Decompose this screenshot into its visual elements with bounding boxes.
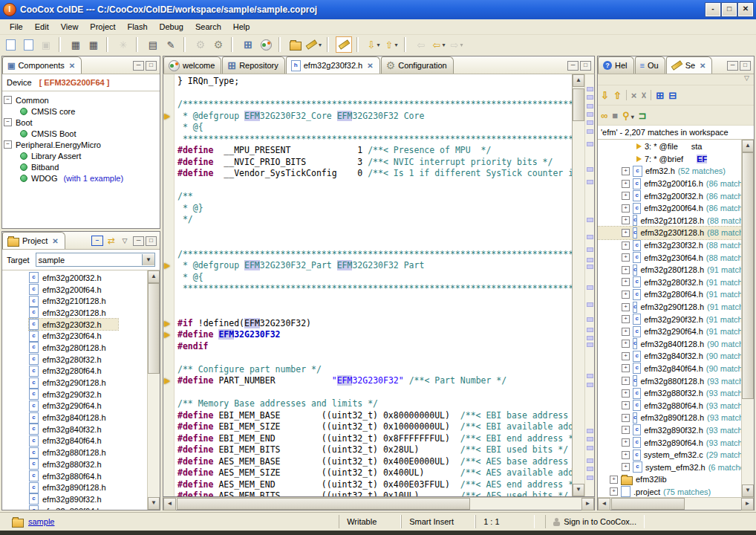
pin-view-icon[interactable]: ⊐ [639, 110, 647, 121]
search-file-row[interactable]: +cefm32g890f64.h(93 matches) [598, 436, 754, 449]
new-file-icon[interactable] [20, 36, 36, 53]
project-file-item[interactable]: cefm32g890f64.h [29, 505, 160, 510]
example-link[interactable]: (with 1 example) [63, 174, 123, 183]
menu-search[interactable]: Search [190, 21, 227, 33]
maximize-button[interactable]: □ [722, 3, 737, 16]
expander-icon[interactable]: + [622, 426, 630, 434]
minimize-button[interactable]: - [706, 3, 720, 16]
tree-node[interactable]: −Peripheral.EnergyMicro [4, 139, 158, 150]
overview-match-mark[interactable] [587, 285, 593, 290]
panel-minimize-button[interactable]: ─ [567, 61, 579, 71]
overview-match-mark[interactable] [587, 476, 593, 480]
project-file-item[interactable]: cefm32g290f64.h [29, 401, 160, 412]
prev-match-icon[interactable]: ⇧ [613, 90, 622, 101]
menu-project[interactable]: Project [85, 21, 120, 33]
search-hscrollbar[interactable]: ◄ ► [598, 497, 754, 510]
expander-icon[interactable]: + [622, 204, 630, 213]
panel-minimize-button[interactable]: ─ [727, 61, 738, 71]
search-file-row[interactable]: +cefm32g200f32.h(86 matches) [598, 189, 754, 202]
chevron-down-icon[interactable]: ▽ [744, 74, 749, 85]
overview-match-mark[interactable] [587, 247, 593, 252]
expander-icon[interactable]: + [610, 476, 618, 484]
search-file-row[interactable]: +csystem_efm32.h(6 matches) [598, 461, 754, 473]
menu-help[interactable]: Help [228, 21, 255, 33]
expander-icon[interactable]: + [622, 253, 630, 262]
scroll-down-icon[interactable]: ▼ [573, 484, 584, 496]
search-file-row[interactable]: +cefm32g880f64.h(93 matches) [598, 399, 754, 412]
view-menu-icon[interactable]: ▽ [120, 236, 130, 245]
search-match-row[interactable]: 3: * @filesta [598, 140, 754, 153]
search-vscrollbar[interactable]: ▲ ▼ [741, 140, 754, 497]
expander-icon[interactable]: + [622, 278, 630, 286]
overview-match-mark[interactable] [587, 104, 593, 108]
repository-icon[interactable]: ⊞ [240, 36, 256, 53]
search-file-row[interactable]: +cefm32g200f16.h(86 matches) [598, 178, 754, 190]
collapse-all-icon[interactable]: ⊟ [668, 90, 677, 101]
expander-icon[interactable]: + [610, 487, 618, 496]
tree-leaf[interactable]: CMSIS Boot [4, 128, 158, 139]
scroll-right-icon[interactable]: ► [741, 498, 754, 510]
remove-all-matches-icon[interactable]: ☓ [641, 90, 646, 101]
project-file-item[interactable]: cefm32g890f128.h [29, 482, 160, 493]
chevron-down-icon[interactable]: ▼ [142, 254, 154, 265]
tree-node[interactable]: −Boot [4, 117, 158, 128]
overview-match-mark[interactable] [587, 467, 593, 471]
project-file-item[interactable]: cefm32g280f32.h [29, 354, 160, 366]
match-marker-icon[interactable] [164, 263, 170, 269]
search-file-row[interactable]: +cefm32g880f128.h(93 matches) [598, 374, 754, 387]
expander-icon[interactable]: + [622, 229, 630, 237]
search-file-row[interactable]: +cefm32g230f128.h(88 matches) [598, 227, 754, 239]
scroll-down-icon[interactable]: ▼ [148, 497, 160, 510]
project-file-item[interactable]: cefm32g840f32.h [29, 424, 160, 435]
menu-view[interactable]: View [56, 21, 84, 33]
tab-components[interactable]: ▣ Components ✕ [2, 56, 82, 74]
search-file-row[interactable]: +.project(75 matches) [598, 486, 754, 497]
expander-icon[interactable]: − [4, 118, 12, 126]
expander-icon[interactable]: − [4, 140, 12, 149]
open-folder-icon[interactable] [287, 36, 304, 53]
chevron-down-icon[interactable]: ▾ [394, 42, 397, 48]
project-file-item[interactable]: cefm32g230f32.h [29, 319, 118, 331]
expander-icon[interactable]: + [622, 291, 630, 299]
scroll-up-icon[interactable]: ▲ [742, 140, 754, 152]
project-file-item[interactable]: cefm32g880f32.h [29, 458, 160, 470]
panel-maximize-button[interactable]: □ [146, 236, 157, 246]
search-file-row[interactable]: +cefm32g880f32.h(93 matches) [598, 387, 754, 400]
expander-icon[interactable]: + [622, 352, 630, 360]
expander-icon[interactable]: + [622, 328, 630, 336]
project-file-item[interactable]: cefm32g200f64.h [29, 284, 160, 296]
search-history-icon[interactable]: ⚲▾ [622, 110, 634, 121]
overview-match-mark[interactable] [587, 167, 593, 172]
project-file-item[interactable]: cefm32g230f64.h [29, 330, 160, 342]
remove-match-icon[interactable]: × [631, 90, 637, 101]
scroll-left-icon[interactable]: ◄ [163, 498, 176, 510]
panel-maximize-button[interactable]: □ [740, 61, 751, 71]
search-file-row[interactable]: +cefm32g200f64.h(86 matches) [598, 202, 754, 215]
project-link[interactable]: sample [28, 517, 54, 526]
overview-match-mark[interactable] [587, 336, 593, 340]
overview-match-mark[interactable] [587, 437, 593, 441]
run-search-again-icon[interactable]: ∞ [601, 110, 607, 121]
coide-home-icon[interactable] [258, 36, 274, 53]
overview-match-mark[interactable] [587, 129, 593, 134]
tab-repository[interactable]: ⊞Repository [222, 56, 284, 74]
tab-efm32g230f32-h[interactable]: hefm32g230f32.h✕ [286, 56, 380, 74]
expander-icon[interactable]: + [622, 377, 630, 385]
next-match-icon[interactable]: ⇩ [601, 90, 609, 101]
search-file-row[interactable]: +cefm32g840f64.h(90 matches) [598, 363, 754, 375]
overview-match-mark[interactable] [587, 95, 593, 100]
expander-icon[interactable]: + [622, 340, 630, 348]
expander-icon[interactable]: + [622, 303, 630, 311]
project-file-item[interactable]: cefm32g840f64.h [29, 435, 160, 447]
tab-configuration[interactable]: ⚙Configuration [381, 56, 454, 74]
match-marker-icon[interactable] [164, 378, 170, 384]
menu-flash[interactable]: Flash [123, 21, 153, 33]
chevron-down-icon[interactable]: ▾ [377, 42, 379, 48]
chevron-down-icon[interactable]: ▾ [460, 42, 463, 48]
overview-match-mark[interactable] [587, 302, 593, 307]
close-icon[interactable]: ✕ [367, 62, 373, 70]
erase-flash-icon[interactable]: ✎ [163, 36, 179, 53]
expander-icon[interactable]: + [622, 414, 630, 422]
expander-icon[interactable]: − [4, 96, 12, 104]
overview-match-mark[interactable] [587, 112, 593, 117]
